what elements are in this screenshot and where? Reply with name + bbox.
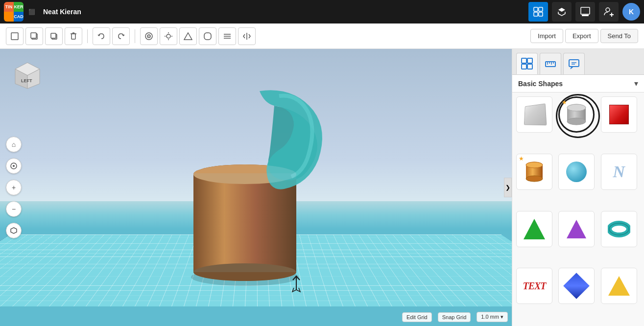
svg-rect-5 — [582, 15, 589, 16]
learn-button[interactable] — [552, 2, 572, 22]
tab-ruler[interactable] — [540, 53, 561, 74]
add-user-button[interactable] — [599, 2, 619, 22]
user-avatar[interactable]: K — [622, 3, 640, 21]
svg-text:LEFT: LEFT — [21, 78, 32, 83]
edit-grid-button[interactable]: Edit Grid — [402, 312, 432, 322]
svg-rect-46 — [522, 58, 526, 63]
logo-cad: CAD — [14, 12, 24, 22]
shape-item-teal[interactable] — [601, 211, 637, 247]
cube-indicator[interactable]: LEFT — [8, 57, 47, 96]
main-area: LEFT ⌂ + − ❯ Edit G — [0, 49, 644, 326]
shapes-header: Basic Shapes ▾ — [512, 75, 644, 93]
export-button[interactable]: Export — [565, 29, 598, 43]
home-view-button[interactable]: ⌂ — [6, 137, 22, 152]
logo-ker: KER — [14, 2, 24, 12]
status-bar: Edit Grid Snap Grid 1.0 mm ▾ — [402, 312, 508, 322]
svg-point-44 — [13, 165, 15, 167]
view-cube-button[interactable] — [6, 223, 22, 238]
svg-rect-13 — [51, 33, 56, 38]
copy-button[interactable] — [25, 27, 43, 45]
viewport-collapse-button[interactable]: ❯ — [504, 178, 512, 197]
new-button[interactable] — [6, 27, 24, 45]
snap-grid-label: Snap Grid — [438, 312, 471, 322]
align-button[interactable] — [218, 27, 236, 45]
svg-point-6 — [606, 8, 610, 12]
svg-rect-47 — [527, 58, 532, 63]
arrow-cursor — [289, 275, 304, 293]
shape-item-cylinder[interactable]: ★ — [516, 154, 552, 190]
shape-item-letter-n[interactable]: N — [601, 154, 637, 190]
svg-rect-26 — [204, 33, 211, 40]
svg-rect-0 — [534, 7, 538, 11]
flip-button[interactable] — [238, 27, 256, 45]
logo-blank — [4, 12, 14, 22]
shapes-dropdown-button[interactable]: ▾ — [634, 79, 638, 88]
svg-point-65 — [526, 162, 543, 168]
shape-item-cone-purple[interactable] — [558, 211, 595, 247]
svg-rect-14 — [72, 34, 75, 39]
3d-objects — [147, 81, 367, 287]
shape-item-pyramid-green[interactable] — [516, 211, 552, 247]
zoom-in-button[interactable]: + — [6, 180, 22, 195]
svg-rect-48 — [522, 64, 526, 69]
svg-rect-1 — [539, 7, 543, 11]
star-icon-2: ★ — [519, 155, 524, 162]
snap-value-button[interactable]: 1.0 mm ▾ — [477, 312, 508, 322]
redo-button[interactable] — [112, 27, 130, 45]
navbar: TIN KER CAD ⬛ Neat Kieran K — [0, 0, 644, 23]
svg-marker-45 — [11, 228, 17, 233]
delete-button[interactable] — [65, 27, 82, 45]
svg-rect-11 — [31, 33, 36, 38]
undo-button[interactable] — [93, 27, 110, 45]
svg-point-20 — [167, 34, 170, 38]
svg-rect-3 — [539, 12, 543, 16]
orbit-button[interactable] — [6, 158, 22, 174]
logo-tin: TIN — [4, 2, 14, 12]
shape-item-sphere[interactable] — [558, 154, 595, 190]
shape-button[interactable] — [179, 27, 197, 45]
svg-rect-50 — [546, 62, 555, 67]
svg-point-38 — [193, 263, 296, 281]
camera-button[interactable] — [140, 27, 158, 45]
shapes-grid: ★ — [512, 93, 644, 326]
send-to-button[interactable]: Send To — [600, 29, 638, 43]
app-title: ⬛ — [28, 9, 35, 15]
svg-rect-9 — [11, 33, 18, 40]
shape-item-text[interactable]: TEXT — [516, 268, 552, 304]
svg-point-61 — [567, 104, 586, 111]
shape-item-box[interactable] — [516, 96, 552, 133]
viewport[interactable]: LEFT ⌂ + − ❯ Edit G — [0, 49, 512, 326]
duplicate-button[interactable] — [45, 27, 63, 45]
svg-rect-49 — [527, 64, 532, 69]
gallery-button[interactable] — [575, 2, 595, 22]
shape-item-diamond[interactable] — [558, 268, 595, 304]
svg-rect-4 — [581, 7, 590, 14]
svg-point-19 — [148, 36, 149, 37]
right-panel: Basic Shapes ▾ ★ — [512, 49, 644, 326]
separator-2 — [135, 29, 135, 43]
svg-point-60 — [567, 118, 586, 125]
panel-tabs — [512, 49, 644, 75]
separator-1 — [87, 29, 88, 43]
grid-view-button[interactable] — [528, 2, 548, 22]
shapes-title: Basic Shapes — [518, 80, 634, 88]
rounded-button[interactable] — [199, 27, 216, 45]
tab-comment[interactable] — [563, 53, 585, 74]
canvas-area[interactable]: LEFT ⌂ + − ❯ Edit G — [0, 49, 512, 326]
svg-marker-25 — [184, 33, 192, 40]
shape-item-red-box[interactable] — [601, 96, 637, 133]
shape-item-pyramid-yellow[interactable] — [601, 268, 637, 304]
import-button[interactable]: Import — [530, 29, 563, 43]
logo[interactable]: TIN KER CAD — [4, 2, 24, 22]
toolbar: Import Export Send To — [0, 23, 644, 49]
shape-item-cylinder-hole[interactable]: ★ — [558, 96, 595, 133]
project-name[interactable]: Neat Kieran — [43, 8, 81, 16]
svg-rect-55 — [569, 60, 579, 67]
svg-rect-2 — [534, 12, 538, 16]
star-icon: ★ — [562, 99, 567, 106]
svg-point-64 — [526, 176, 543, 182]
left-controls: ⌂ + − — [6, 137, 22, 238]
light-button[interactable] — [160, 27, 177, 45]
tab-shapes[interactable] — [516, 53, 538, 74]
zoom-out-button[interactable]: − — [6, 201, 22, 217]
